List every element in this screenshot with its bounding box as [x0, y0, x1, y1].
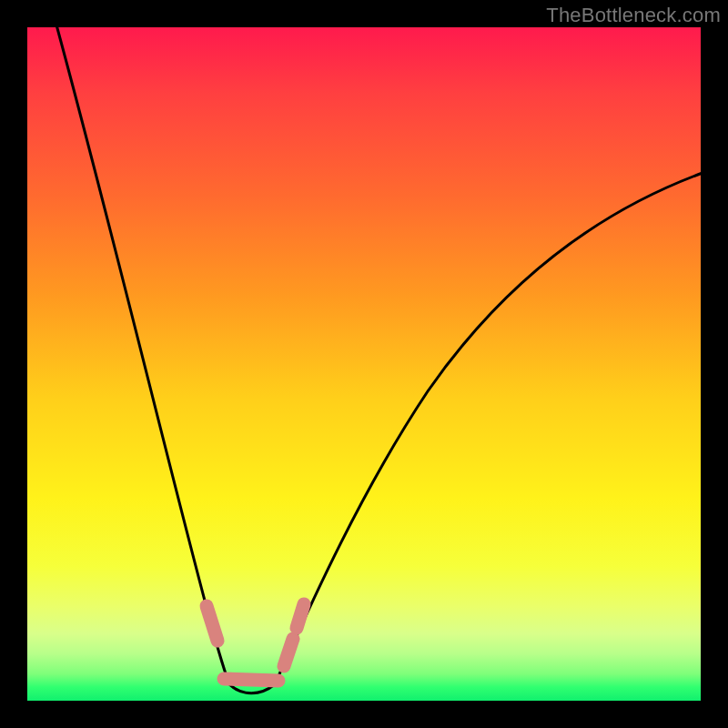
- svg-line-0: [207, 606, 217, 641]
- svg-line-1: [224, 679, 278, 681]
- chart-frame: TheBottleneck.com: [0, 0, 728, 728]
- curve-left-branch: [55, 18, 229, 684]
- svg-line-2: [284, 639, 293, 666]
- watermark-text: TheBottleneck.com: [546, 4, 721, 27]
- curve-right-branch: [275, 173, 703, 684]
- svg-line-3: [297, 604, 304, 628]
- valley-markers: [207, 604, 304, 681]
- curve-layer: [27, 27, 701, 701]
